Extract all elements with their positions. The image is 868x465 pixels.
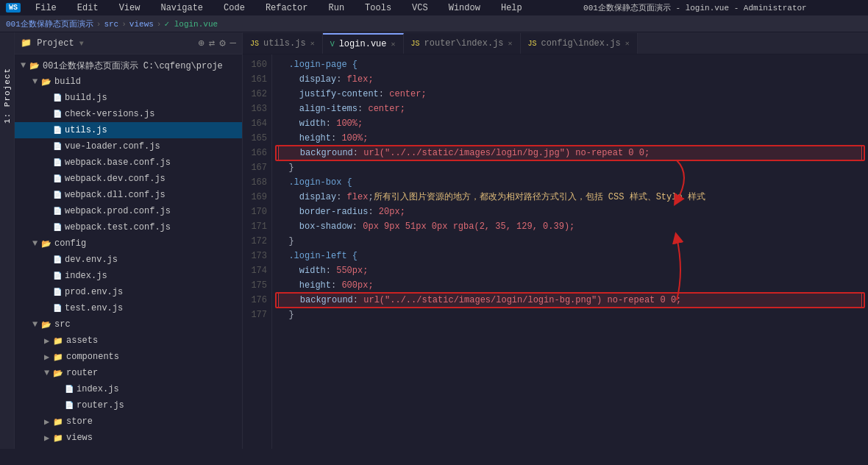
menu-window[interactable]: Window <box>443 1 486 15</box>
folder-icon: 📁 <box>53 417 63 427</box>
tree-item-12[interactable]: 📄 dev.env.js <box>15 252 242 268</box>
sidebar-add-icon[interactable]: ⊕ <box>198 37 204 49</box>
tree-item-label: config <box>54 238 86 249</box>
tree-item-label: dev.env.js <box>65 255 118 265</box>
tree-item-label: assets <box>66 336 98 346</box>
tree-item-6[interactable]: 📄 webpack.base.conf.js <box>15 155 242 171</box>
menu-refactor[interactable]: Refactor <box>260 1 314 15</box>
tree-item-9[interactable]: 📄 webpack.prod.conf.js <box>15 203 242 219</box>
folder-icon: 📁 <box>53 336 63 346</box>
code-line-170: border-radius: 20px; <box>278 205 862 219</box>
tree-item-23[interactable]: ▶ 📁 views <box>15 430 242 446</box>
tree-item-label: prod.env.js <box>65 287 123 297</box>
sidebar-settings-icon[interactable]: ⚙ <box>219 37 225 49</box>
breadcrumb-part-1[interactable]: 001企数保静态页面演示 <box>6 18 93 29</box>
tree-item-label: test.env.js <box>65 303 123 313</box>
tree-item-2[interactable]: 📄 build.js <box>15 90 242 106</box>
tab-login-vue-close[interactable]: ✕ <box>391 40 395 49</box>
breadcrumb-sep-2: › <box>121 20 127 29</box>
menu-run[interactable]: Run <box>322 1 350 15</box>
line-numbers: 1601611621631641651661671681691701711721… <box>243 54 272 449</box>
tree-item-0[interactable]: ▼ 📂 001企数保静态页面演示 C:\cqfeng\proje <box>15 57 242 74</box>
sidebar-title: 📁 Project ▼ <box>21 38 198 49</box>
side-panel-tab: 1: Project <box>0 32 15 449</box>
tab-login-vue-label: login.vue <box>339 39 387 49</box>
tree-item-24[interactable]: V App.vue <box>15 446 242 449</box>
tree-item-10[interactable]: 📄 webpack.test.conf.js <box>15 219 242 235</box>
code-line-172: } <box>278 234 862 249</box>
tree-item-label: router <box>66 368 98 378</box>
menu-view[interactable]: View <box>113 1 146 15</box>
sidebar-minimize-icon[interactable]: — <box>230 37 236 49</box>
tree-item-17[interactable]: ▶ 📁 assets <box>15 333 242 349</box>
code-line-163: align-items: center; <box>278 102 862 116</box>
folder-icon: 📂 <box>29 61 40 71</box>
breadcrumb-part-2[interactable]: src <box>104 20 118 29</box>
tab-config-index-label: config\index.js <box>541 38 621 49</box>
window-title: 001企数保静态页面演示 - login.vue - Administrator <box>528 2 862 13</box>
code-line-177: } <box>278 308 862 322</box>
js-icon-router: JS <box>411 40 420 48</box>
tree-item-18[interactable]: ▶ 📁 components <box>15 349 242 365</box>
code-line-176: background: url("../../static/images/log… <box>278 293 862 308</box>
tab-login-vue[interactable]: V login.vue ✕ <box>323 33 404 54</box>
tree-item-label: webpack.dll.conf.js <box>65 190 166 200</box>
tree-item-19[interactable]: ▼ 📂 router <box>15 365 242 381</box>
tree-item-22[interactable]: ▶ 📁 store <box>15 413 242 430</box>
menu-edit[interactable]: Edit <box>71 1 104 15</box>
project-tab-vertical[interactable]: 1: Project <box>1 62 13 129</box>
tab-config-index-js[interactable]: JS config\index.js ✕ <box>521 33 638 54</box>
tree-item-label: store <box>66 416 93 427</box>
code-line-162: justify-content: center; <box>278 87 862 102</box>
editor-area: JS utils.js ✕ V login.vue ✕ JS router\in… <box>243 32 868 449</box>
sidebar-sync-icon[interactable]: ⇄ <box>209 37 215 49</box>
tab-utils-js[interactable]: JS utils.js ✕ <box>243 33 323 54</box>
menu-help[interactable]: Help <box>495 1 528 15</box>
tree-item-14[interactable]: 📄 prod.env.js <box>15 284 242 300</box>
tree-item-7[interactable]: 📄 webpack.dev.conf.js <box>15 171 242 187</box>
menu-file[interactable]: File <box>29 1 63 15</box>
js-file-icon: 📄 <box>65 385 74 394</box>
js-file-icon: 📄 <box>65 401 74 410</box>
tree-item-5[interactable]: 📄 vue-loader.conf.js <box>15 138 242 155</box>
tree-arrow: ▶ <box>44 416 53 427</box>
code-area[interactable]: .login-page { display: flex; justify-con… <box>272 54 868 449</box>
tab-router-index-js[interactable]: JS router\index.js ✕ <box>404 33 521 54</box>
main-layout: 1: Project 📁 Project ▼ ⊕ ⇄ ⚙ — ▼ 📂 001企数… <box>0 32 868 449</box>
tree-item-4[interactable]: 📄 utils.js <box>15 122 242 138</box>
file-tree: ▼ 📂 001企数保静态页面演示 C:\cqfeng\proje▼ 📂 buil… <box>15 54 242 449</box>
code-line-168: .login-box { <box>278 175 862 190</box>
folder-icon: 📂 <box>53 369 63 378</box>
code-line-161: display: flex; <box>278 72 862 87</box>
code-line-166: background: url("../../static/images/log… <box>278 146 862 160</box>
breadcrumb-sep-3: › <box>157 20 162 29</box>
tree-item-21[interactable]: 📄 router.js <box>15 397 242 413</box>
tree-item-1[interactable]: ▼ 📂 build <box>15 74 242 90</box>
breadcrumb-part-4[interactable]: ✓ login.vue <box>164 19 218 29</box>
tree-item-label: views <box>66 433 93 443</box>
menu-navigate[interactable]: Navigate <box>154 1 209 15</box>
js-file-icon: 📄 <box>53 223 62 232</box>
app-logo: WS <box>6 3 21 13</box>
tree-item-15[interactable]: 📄 test.env.js <box>15 300 242 316</box>
tree-item-13[interactable]: 📄 index.js <box>15 268 242 284</box>
editor-content[interactable]: 1601611621631641651661671681691701711721… <box>243 54 868 449</box>
tree-item-11[interactable]: ▼ 📂 config <box>15 235 242 252</box>
tree-item-16[interactable]: ▼ 📂 src <box>15 316 242 333</box>
tree-item-label: webpack.base.conf.js <box>65 157 171 168</box>
tree-item-3[interactable]: 📄 check-versions.js <box>15 106 242 122</box>
breadcrumb-part-3[interactable]: views <box>129 20 154 29</box>
tab-router-index-close[interactable]: ✕ <box>508 39 513 48</box>
menu-vcs[interactable]: VCS <box>406 1 434 15</box>
code-line-174: width: 550px; <box>278 263 862 278</box>
editor-tabs: JS utils.js ✕ V login.vue ✕ JS router\in… <box>243 32 868 54</box>
menu-tools[interactable]: Tools <box>359 1 397 15</box>
tree-arrow: ▼ <box>32 238 41 249</box>
menu-code[interactable]: Code <box>218 1 251 15</box>
tree-item-8[interactable]: 📄 webpack.dll.conf.js <box>15 187 242 203</box>
tab-config-index-close[interactable]: ✕ <box>625 39 630 48</box>
code-line-167: } <box>278 160 862 175</box>
tab-utils-js-close[interactable]: ✕ <box>310 39 315 48</box>
tree-item-label: components <box>66 352 119 362</box>
tree-item-20[interactable]: 📄 index.js <box>15 381 242 397</box>
